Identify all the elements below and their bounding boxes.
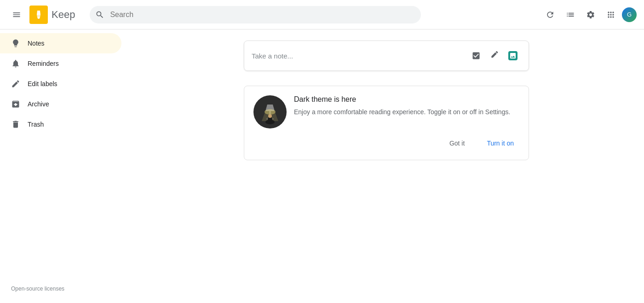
refresh-button[interactable] [541,6,559,24]
turn-it-on-button[interactable]: Turn it on [481,136,519,151]
dark-theme-illustration [253,95,287,128]
search-input[interactable] [90,6,421,23]
sidebar-item-archive[interactable]: Archive [0,94,121,114]
open-source-link[interactable]: Open-source licenses [0,278,129,299]
lamp-svg [256,98,284,126]
note-action-icons [468,47,521,64]
card-actions: Got it Turn it on [253,136,519,151]
svg-point-9 [268,114,272,118]
sidebar: Notes Reminders Edit labels Archive Tras [0,29,129,303]
sidebar-archive-label: Archive [28,100,49,108]
sidebar-item-edit-labels[interactable]: Edit labels [0,74,121,94]
settings-button[interactable] [581,6,600,24]
sidebar-item-reminders[interactable]: Reminders [0,53,121,74]
user-avatar[interactable]: G [622,7,637,22]
sidebar-item-notes[interactable]: Notes [0,33,121,53]
sidebar-notes-label: Notes [28,40,45,47]
header-actions: G [541,6,637,24]
card-top: Dark theme is here Enjoy a more comforta… [253,95,519,128]
note-input-bar[interactable]: Take a note... [244,41,529,71]
trash-icon [11,120,20,129]
sidebar-trash-label: Trash [28,121,44,128]
menu-icon[interactable] [7,6,26,24]
card-title: Dark theme is here [294,95,510,104]
sidebar-edit-labels-label: Edit labels [28,80,58,87]
sidebar-item-trash[interactable]: Trash [0,114,121,134]
pencil-icon [11,79,20,88]
archive-icon [11,99,20,109]
bell-icon [11,59,20,68]
app-name: Keep [52,9,75,21]
new-image-button[interactable] [505,47,521,64]
main-content: Take a note... [129,29,644,303]
list-view-button[interactable] [561,6,580,24]
new-list-button[interactable] [468,47,484,64]
card-description: Enjoy a more comfortable reading experie… [294,107,510,117]
lightbulb-icon [11,39,20,48]
google-apps-button[interactable] [602,6,620,24]
card-text-area: Dark theme is here Enjoy a more comforta… [294,95,510,117]
svg-point-0 [38,17,40,19]
header: Keep [0,0,644,29]
sidebar-reminders-label: Reminders [28,60,59,67]
search-bar [90,6,421,23]
note-input-placeholder[interactable]: Take a note... [252,52,464,60]
app-logo[interactable]: Keep [29,6,75,24]
new-drawing-button[interactable] [486,47,503,64]
dark-theme-card: Dark theme is here Enjoy a more comforta… [244,86,529,160]
search-icon [95,10,104,19]
got-it-button[interactable]: Got it [444,136,470,151]
keep-logo-icon [29,6,48,24]
app-body: Notes Reminders Edit labels Archive Tras [0,29,644,303]
